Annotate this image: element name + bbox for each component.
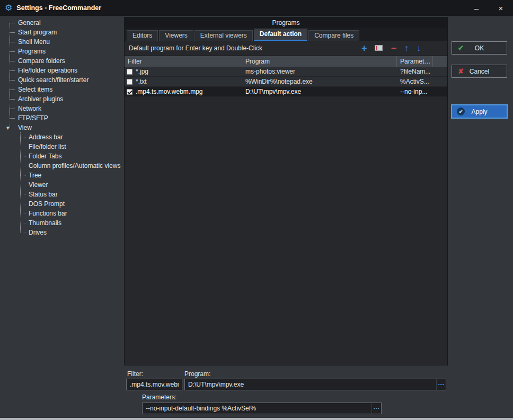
edit-icon-glyph (375, 45, 383, 51)
row-checkbox[interactable] (127, 69, 132, 75)
tab-compare-files[interactable]: Compare files (308, 30, 359, 41)
window-title: Settings - FreeCommander (16, 4, 101, 12)
program-browse-button[interactable]: ··· (436, 379, 446, 390)
tree-item-start-program[interactable]: Start program (4, 28, 124, 37)
tree-item-dos-prompt[interactable]: DOS Prompt (4, 199, 124, 209)
cell-filter: .mp4.ts.mov.webm.mpg (125, 88, 242, 95)
column-header-parameters[interactable]: Parameters (397, 56, 433, 67)
tree-item-tree[interactable]: Tree (4, 171, 124, 180)
filter-value: *.jpg (136, 68, 148, 75)
settings-window: ⚙ Settings - FreeCommander – × General S… (0, 0, 513, 420)
ok-button-label: OK (475, 44, 484, 52)
cell-program: %WinDir%\notepad.exe (242, 78, 397, 85)
filter-value: .mp4.ts.mov.webm.mpg (136, 88, 202, 95)
programs-panel: Programs Editors Viewers External viewer… (124, 17, 448, 365)
tree-item-ftp-sftp[interactable]: FTP/SFTP (4, 113, 124, 123)
table-row[interactable]: .mp4.ts.mov.webm.mpg D:\UT\mpv\mpv.exe -… (125, 87, 447, 97)
tab-strip: Editors Viewers External viewers Default… (125, 28, 447, 41)
row-checkbox[interactable] (127, 79, 132, 85)
apply-check-icon: ✔ (457, 108, 465, 115)
column-header-program[interactable]: Program (242, 56, 397, 67)
move-down-icon[interactable]: ↓ (417, 44, 421, 52)
x-icon: ✘ (458, 68, 464, 75)
tree-item-view-label: View (18, 124, 32, 131)
parameters-field-wrap: ··· (142, 403, 382, 414)
default-action-toolbar: Default program for Enter key and Double… (125, 41, 447, 56)
settings-tree: General Start program Shell Menu Program… (4, 18, 124, 240)
title-bar: ⚙ Settings - FreeCommander – × (0, 0, 513, 16)
parameters-input[interactable] (143, 403, 372, 414)
edit-icon[interactable] (375, 44, 383, 52)
parameters-label: Parameters: (142, 394, 176, 401)
program-input[interactable] (185, 379, 436, 390)
close-button[interactable]: × (489, 0, 513, 16)
filter-value: *.txt (136, 78, 147, 85)
table-body: *.jpg ms-photos:viewer ?fileNam... *.txt… (125, 67, 447, 97)
cell-program: ms-photos:viewer (242, 68, 397, 75)
tree-item-viewer[interactable]: Viewer (4, 180, 124, 190)
cell-filter: *.txt (125, 78, 242, 85)
tree-item-programs[interactable]: Programs (4, 47, 124, 56)
tab-external-viewers[interactable]: External viewers (194, 30, 253, 41)
filter-label: Filter: (127, 370, 143, 378)
cell-program: D:\UT\mpv\mpv.exe (242, 88, 397, 95)
panel-caption: Programs (125, 17, 447, 28)
cell-parameters: ?fileNam... (397, 68, 433, 75)
tab-viewers[interactable]: Viewers (159, 30, 193, 41)
tree-item-view[interactable]: ▾ View (4, 123, 124, 132)
cancel-button[interactable]: ✘ Cancel (452, 65, 507, 78)
tree-item-address-bar[interactable]: Address bar (4, 132, 124, 142)
program-label: Program: (184, 370, 210, 378)
tree-item-functions-bar[interactable]: Functions bar (4, 209, 124, 218)
window-bottom-edge (0, 418, 513, 420)
check-icon: ✔ (458, 44, 464, 51)
tree-item-file-folder-list[interactable]: File/folder list (4, 142, 124, 151)
table-row[interactable]: *.txt %WinDir%\notepad.exe %ActivS... (125, 77, 447, 87)
apply-button-label: Apply (471, 108, 487, 115)
cell-parameters: --no-inp... (397, 88, 433, 95)
tree-item-drives[interactable]: Drives (4, 228, 124, 237)
gear-icon: ⚙ (5, 4, 12, 12)
toolbar-icons: + − ↑ ↓ (361, 43, 421, 53)
minimize-button[interactable]: – (464, 0, 489, 16)
row-checkbox[interactable] (127, 89, 132, 95)
cell-filter: *.jpg (125, 68, 242, 75)
column-header-filler (433, 56, 447, 67)
toolbar-caption: Default program for Enter key and Double… (129, 44, 262, 52)
cancel-button-label: Cancel (470, 68, 489, 75)
tree-item-archiver-plugins[interactable]: Archiver plugins (4, 94, 124, 104)
tree-item-folder-tabs[interactable]: Folder Tabs (4, 151, 124, 161)
column-header-filter[interactable]: Filter (125, 56, 242, 67)
tab-editors[interactable]: Editors (127, 30, 158, 41)
table-row[interactable]: *.jpg ms-photos:viewer ?fileNam... (125, 67, 447, 77)
filter-input[interactable] (127, 379, 182, 390)
tree-item-status-bar[interactable]: Status bar (4, 190, 124, 199)
tree-item-network[interactable]: Network (4, 104, 124, 113)
window-controls: – × (464, 0, 513, 16)
chevron-down-icon[interactable]: ▾ (6, 123, 10, 132)
parameters-browse-button[interactable]: ··· (372, 403, 381, 414)
tree-item-select-items[interactable]: Select items (4, 85, 124, 94)
ok-button[interactable]: ✔ OK (452, 41, 507, 55)
tree-item-compare-folders[interactable]: Compare folders (4, 56, 124, 66)
tree-item-shell-menu[interactable]: Shell Menu (4, 37, 124, 47)
remove-icon[interactable]: − (391, 43, 396, 53)
add-icon[interactable]: + (361, 43, 367, 53)
program-field-wrap: ··· (184, 379, 446, 390)
apply-button[interactable]: ✔ Apply (451, 104, 508, 119)
tree-item-thumbnails[interactable]: Thumbnails (4, 218, 124, 228)
filter-field-wrap (126, 379, 182, 390)
tree-item-quick-search[interactable]: Quick search/filter/starter (4, 75, 124, 85)
tree-item-column-profiles[interactable]: Column profiles/Automatic views (4, 161, 124, 171)
cell-parameters: %ActivS... (397, 78, 433, 85)
tree-item-file-folder-operations[interactable]: File/folder operations (4, 66, 124, 75)
move-up-icon[interactable]: ↑ (404, 44, 409, 52)
tree-item-general[interactable]: General (4, 18, 124, 28)
table-header: Filter Program Parameters (125, 56, 447, 67)
tab-default-action[interactable]: Default action (254, 29, 307, 41)
